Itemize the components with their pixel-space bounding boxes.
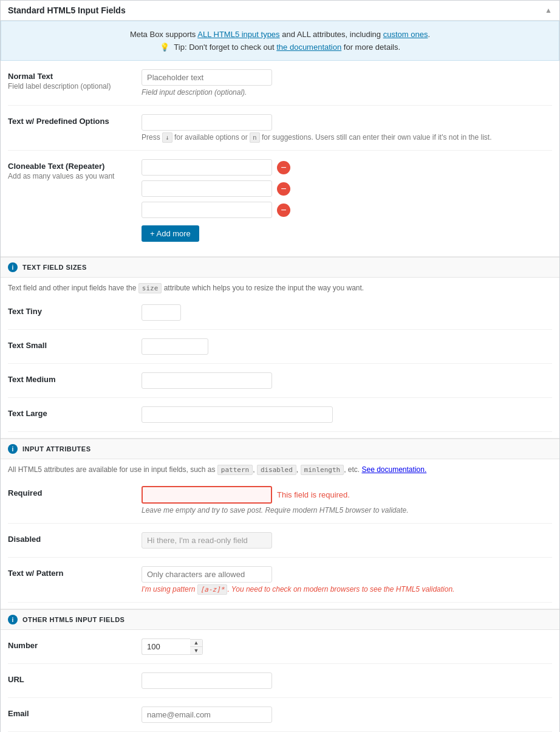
text-field-sizes-desc: Text field and other input fields have t…: [8, 278, 552, 296]
text-small-label: Text Small: [8, 341, 129, 350]
pattern-row: Text w/ Pattern I'm using pattern [a-z]*…: [8, 558, 552, 603]
disabled-label: Disabled: [8, 535, 129, 544]
text-tiny-label: Text Tiny: [8, 307, 129, 316]
url-input[interactable]: [142, 672, 272, 689]
text-large-row: Text Large: [8, 398, 552, 432]
other-html5-header: i OTHER HTML5 INPUT FIELDS: [1, 609, 559, 630]
required-hint: Leave me empty and try to save post. Req…: [142, 506, 552, 515]
email-input[interactable]: [142, 706, 272, 723]
required-label: Required: [8, 488, 129, 498]
predefined-row: Text w/ Predefined Options Press ↓ for a…: [8, 106, 552, 151]
required-input-col: This field is required. Leave me empty a…: [142, 486, 552, 515]
cloneable-row: Cloneable Text (Repeater) Add as many va…: [8, 151, 552, 250]
text-tiny-input-col: [142, 304, 552, 321]
cloneable-label-col: Cloneable Text (Repeater) Add as many va…: [8, 159, 142, 180]
text-tiny-input[interactable]: [142, 304, 181, 321]
add-more-button[interactable]: + Add more: [142, 225, 199, 242]
normal-text-row: Normal Text Field label description (opt…: [8, 61, 552, 106]
clone-input-1[interactable]: [142, 159, 272, 176]
text-field-sizes-title: TEXT FIELD SIZES: [22, 264, 87, 271]
required-label-col: Required: [8, 486, 142, 498]
remove-clone-3[interactable]: −: [277, 204, 290, 217]
attrs-code3: minlength: [301, 465, 344, 475]
text-medium-row: Text Medium: [8, 364, 552, 398]
text-medium-label-col: Text Medium: [8, 372, 142, 384]
number-spinners: ▲ ▼: [190, 639, 203, 655]
attrs-sep2: ,: [296, 465, 301, 474]
required-row: Required This field is required. Leave m…: [8, 477, 552, 524]
predefined-input-col: Press ↓ for available options or n for s…: [142, 114, 552, 142]
text-large-input[interactable]: [142, 406, 333, 423]
normal-text-input-desc: Field input description (optional).: [142, 88, 552, 97]
number-down-button[interactable]: ▼: [190, 647, 202, 654]
text-medium-label: Text Medium: [8, 375, 129, 384]
disabled-input-col: Hi there, I'm a read-only field: [142, 532, 552, 549]
text-small-input[interactable]: [142, 338, 208, 355]
predefined-key1: ↓: [162, 132, 172, 143]
predefined-desc: Press ↓ for available options or n for s…: [142, 133, 552, 142]
remove-clone-1[interactable]: −: [277, 161, 290, 174]
bulb-icon: 💡: [160, 43, 169, 52]
pattern-input-col: I'm using pattern [a-z]*. You need to ch…: [142, 566, 552, 593]
attrs-sep1: ,: [253, 465, 257, 474]
required-input-row: This field is required.: [142, 486, 552, 504]
normal-text-input[interactable]: [142, 69, 272, 86]
text-large-label-col: Text Large: [8, 406, 142, 418]
number-input[interactable]: [142, 638, 190, 655]
text-small-row: Text Small: [8, 330, 552, 364]
cloneable-desc: Add as many values as you want: [8, 172, 129, 180]
size-code: size: [138, 283, 162, 293]
url-row: URL: [8, 664, 552, 698]
input-attributes-desc: All HTML5 attributes are available for u…: [8, 459, 552, 477]
number-row: Number ▲ ▼: [8, 630, 552, 664]
pattern-label-col: Text w/ Pattern: [8, 566, 142, 578]
disabled-label-col: Disabled: [8, 532, 142, 544]
required-input[interactable]: [142, 486, 272, 504]
info-circle-other: i: [8, 615, 18, 624]
info-banner: Meta Box supports ALL HTML5 input types …: [1, 21, 559, 61]
email-row: Email: [8, 698, 552, 732]
url-input-col: [142, 672, 552, 689]
email-label-col: Email: [8, 706, 142, 718]
number-wrapper: ▲ ▼: [142, 638, 552, 655]
sizes-desc-prefix: Text field and other input fields have t…: [8, 284, 138, 292]
cloneable-input-col: − − − + Add more: [142, 159, 552, 242]
other-html5-title: OTHER HTML5 INPUT FIELDS: [22, 616, 125, 623]
see-doc-link[interactable]: See documentation.: [361, 465, 426, 474]
number-up-button[interactable]: ▲: [190, 640, 202, 647]
attrs-desc-suffix: , etc.: [344, 465, 361, 474]
number-label: Number: [8, 641, 129, 650]
text-medium-input[interactable]: [142, 372, 272, 389]
page-title: Standard HTML5 Input Fields: [8, 5, 126, 15]
clone-input-3[interactable]: [142, 202, 272, 218]
clone-item-2: −: [142, 180, 552, 197]
email-label: Email: [8, 709, 129, 718]
tip-suffix: for more details.: [341, 43, 400, 52]
remove-clone-2[interactable]: −: [277, 182, 290, 196]
disabled-row: Disabled Hi there, I'm a read-only field: [8, 524, 552, 558]
attrs-desc-prefix: All HTML5 attributes are available for u…: [8, 465, 217, 474]
pattern-input[interactable]: [142, 566, 272, 583]
pattern-desc-suffix: . You need to check on modern browsers t…: [227, 585, 454, 593]
collapse-icon[interactable]: ▲: [545, 6, 552, 15]
pattern-desc: I'm using pattern [a-z]*. You need to ch…: [142, 585, 552, 593]
clone-input-2[interactable]: [142, 180, 272, 197]
normal-text-label: Normal Text: [8, 72, 129, 81]
normal-text-label-col: Normal Text Field label description (opt…: [8, 69, 142, 91]
predefined-input[interactable]: [142, 114, 272, 131]
predefined-label-col: Text w/ Predefined Options: [8, 114, 142, 126]
text-small-label-col: Text Small: [8, 338, 142, 350]
info-circle-attrs: i: [8, 444, 18, 454]
text-small-input-col: [142, 338, 552, 355]
predefined-key2: n: [250, 132, 260, 143]
banner-text1: Meta Box supports: [130, 30, 197, 39]
tip-prefix: Tip: Don't forget to check out: [174, 43, 276, 52]
custom-ones-link[interactable]: custom ones: [383, 30, 428, 39]
text-medium-input-col: [142, 372, 552, 389]
html5-types-link[interactable]: ALL HTML5 input types: [197, 30, 279, 39]
sizes-desc-suffix: attribute which helps you to resize the …: [162, 284, 364, 292]
banner-text3: .: [428, 30, 430, 39]
predefined-desc2: for available options or: [172, 133, 250, 142]
banner-text2: and ALL attributes, including: [280, 30, 383, 39]
doc-link[interactable]: the documentation: [276, 43, 341, 52]
